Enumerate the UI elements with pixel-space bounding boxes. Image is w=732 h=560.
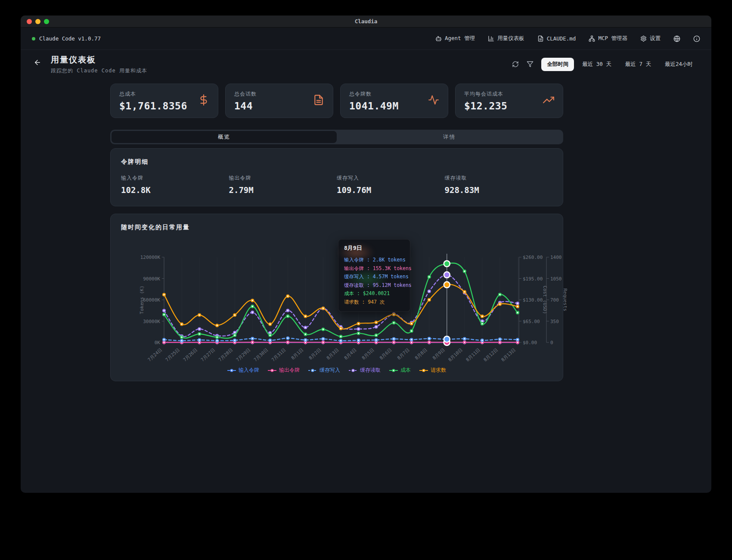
legend-marker-icon xyxy=(389,368,398,373)
stat-icon-wrap xyxy=(198,94,209,107)
legend-item-2[interactable]: 缓存写入 xyxy=(308,367,340,374)
nav-item-3[interactable]: MCP 管理器 xyxy=(589,35,627,42)
token-item-3: 缓存读取928.83M xyxy=(445,174,553,195)
tooltip-row-1: 输出令牌 : 155.3K tokens xyxy=(344,264,404,273)
globe-icon xyxy=(673,35,680,42)
svg-text:8月11日: 8月11日 xyxy=(465,347,481,363)
range-button-3[interactable]: 最近24小时 xyxy=(659,58,698,71)
token-breakdown-panel: 令牌明细 输入令牌102.8K输出令牌2.79M缓存写入109.76M缓存读取9… xyxy=(110,148,563,206)
status-dot xyxy=(32,37,35,40)
window-title: Claudia xyxy=(355,18,378,25)
stat-cards: 总成本$1,761.8356总会话数144总令牌数1041.49M平均每会话成本… xyxy=(110,84,563,118)
tab-0[interactable]: 概览 xyxy=(112,131,337,143)
legend-marker-icon xyxy=(349,368,357,373)
range-button-1[interactable]: 最近 30 天 xyxy=(577,58,617,71)
info-button[interactable] xyxy=(693,35,700,42)
nav-item-4[interactable]: 设置 xyxy=(640,35,661,42)
robot-icon xyxy=(435,35,442,42)
tooltip-row-0: 输入令牌 : 2.8K tokens xyxy=(344,256,404,264)
legend-item-0[interactable]: 输入令牌 xyxy=(227,367,259,374)
refresh-icon xyxy=(512,61,519,68)
globe-button[interactable] xyxy=(673,35,680,42)
legend-label: 缓存读取 xyxy=(360,367,381,374)
token-label: 输出令牌 xyxy=(229,174,337,182)
legend-marker-icon xyxy=(308,368,317,373)
legend-item-5[interactable]: 请求数 xyxy=(419,367,446,374)
svg-text:Requests: Requests xyxy=(562,289,567,311)
close-window-button[interactable] xyxy=(27,19,32,24)
svg-text:0K: 0K xyxy=(155,340,161,345)
stat-card-0: 总成本$1,761.8356 xyxy=(110,84,218,118)
stat-value: 1041.49M xyxy=(349,100,399,112)
svg-text:Tokens (K): Tokens (K) xyxy=(139,286,145,314)
svg-text:7月27日: 7月27日 xyxy=(200,347,216,363)
range-button-2[interactable]: 最近 7 天 xyxy=(620,58,657,71)
svg-text:8月12日: 8月12日 xyxy=(483,347,499,363)
tab-1[interactable]: 详情 xyxy=(337,131,562,143)
svg-text:60000K: 60000K xyxy=(143,297,160,303)
nav-item-0[interactable]: Agent 管理 xyxy=(435,35,475,42)
svg-text:$130.00: $130.00 xyxy=(523,297,543,303)
filter-button[interactable] xyxy=(527,61,533,68)
svg-text:7月25日: 7月25日 xyxy=(164,347,181,363)
legend-label: 缓存写入 xyxy=(319,367,340,374)
arrow-left-icon xyxy=(34,59,41,66)
minimize-window-button[interactable] xyxy=(35,19,40,24)
app-nav: Agent 管理用量仪表板CLAUDE.mdMCP 管理器设置 xyxy=(435,35,700,42)
svg-text:$260.00: $260.00 xyxy=(523,255,543,260)
token-breakdown-grid: 输入令牌102.8K输出令牌2.79M缓存写入109.76M缓存读取928.83… xyxy=(121,174,552,195)
tooltip-row-2: 缓存写入 : 4.57M tokens xyxy=(344,273,404,281)
bar-chart-icon xyxy=(488,35,494,42)
stat-label: 总令牌数 xyxy=(349,90,399,98)
legend-item-4[interactable]: 成本 xyxy=(389,367,411,374)
token-breakdown-title: 令牌明细 xyxy=(121,158,552,166)
file-text-icon xyxy=(537,35,544,42)
svg-text:90000K: 90000K xyxy=(143,276,160,282)
nav-item-label: Agent 管理 xyxy=(445,35,475,42)
network-icon xyxy=(589,35,595,42)
chart-title: 随时间变化的日常用量 xyxy=(111,224,563,231)
version-label: Claude Code v1.0.77 xyxy=(39,35,101,42)
nav-item-2[interactable]: CLAUDE.md xyxy=(537,35,576,42)
usage-chart-panel: 随时间变化的日常用量 0K30000K60000K90000K120000KTo… xyxy=(110,214,563,381)
legend-item-1[interactable]: 输出令牌 xyxy=(268,367,300,374)
svg-text:8月3日: 8月3日 xyxy=(326,347,340,361)
range-button-0[interactable]: 全部时间 xyxy=(541,58,574,71)
traffic-lights[interactable] xyxy=(27,19,49,24)
token-label: 缓存读取 xyxy=(445,174,553,182)
gear-icon xyxy=(640,35,647,42)
svg-text:0: 0 xyxy=(550,340,553,345)
svg-text:350: 350 xyxy=(550,319,559,324)
stat-label: 平均每会话成本 xyxy=(464,90,507,98)
stat-label: 总会话数 xyxy=(234,90,257,98)
page-title: 用量仪表板 xyxy=(51,54,147,65)
svg-text:120000K: 120000K xyxy=(140,255,161,260)
token-value: 2.79M xyxy=(229,185,337,195)
svg-text:8月5日: 8月5日 xyxy=(361,347,375,361)
chart-tooltip: 8月9日 输入令牌 : 2.8K tokens输出令牌 : 155.3K tok… xyxy=(338,239,410,312)
svg-text:8月13日: 8月13日 xyxy=(500,347,517,363)
info-icon xyxy=(693,35,700,42)
legend-item-3[interactable]: 缓存读取 xyxy=(349,367,381,374)
tooltip-rows: 输入令牌 : 2.8K tokens输出令牌 : 155.3K tokens缓存… xyxy=(344,256,404,306)
nav-item-1[interactable]: 用量仪表板 xyxy=(488,35,524,42)
refresh-button[interactable] xyxy=(512,61,519,68)
token-value: 109.76M xyxy=(337,185,445,195)
svg-text:8月8日: 8月8日 xyxy=(414,347,428,361)
stat-icon-wrap xyxy=(543,94,554,107)
svg-text:700: 700 xyxy=(550,297,559,303)
titlebar: Claudia xyxy=(21,16,711,28)
svg-text:7月31日: 7月31日 xyxy=(270,347,287,363)
app-window: Claudia Claude Code v1.0.77 Agent 管理用量仪表… xyxy=(21,16,711,493)
svg-text:8月4日: 8月4日 xyxy=(343,347,357,361)
svg-text:1050: 1050 xyxy=(550,276,562,282)
svg-text:7月26日: 7月26日 xyxy=(182,347,199,363)
chart-area: 0K30000K60000K90000K120000KTokens (K)$0.… xyxy=(111,234,563,366)
back-button[interactable] xyxy=(34,59,41,66)
token-item-0: 输入令牌102.8K xyxy=(121,174,229,195)
token-value: 102.8K xyxy=(121,185,229,195)
maximize-window-button[interactable] xyxy=(44,19,49,24)
header-controls: 全部时间最近 30 天最近 7 天最近24小时 xyxy=(512,58,698,71)
stat-icon-wrap xyxy=(428,94,439,107)
nav-item-label: CLAUDE.md xyxy=(547,35,576,42)
